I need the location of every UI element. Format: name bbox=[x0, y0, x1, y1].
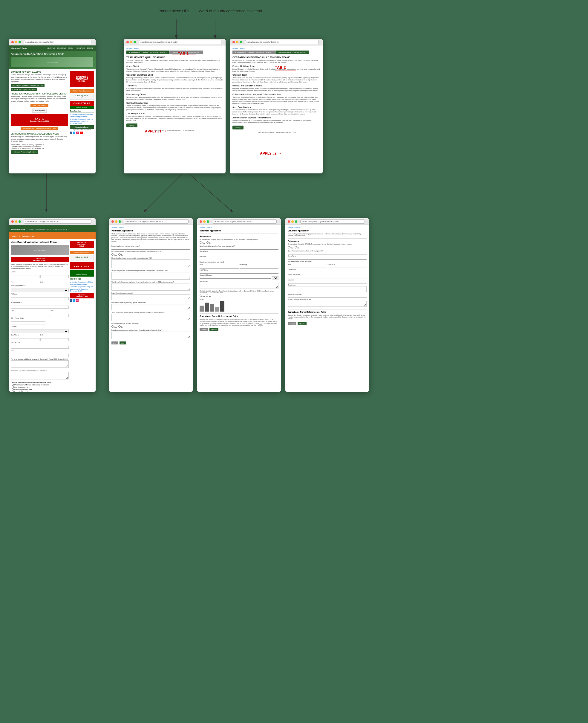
minimize-dot-tab2[interactable] bbox=[236, 41, 238, 43]
yr-side-story-2[interactable]: Volunteer Opportunities bbox=[70, 283, 94, 285]
nav-donate[interactable]: DONATE bbox=[87, 47, 93, 49]
vap2-source-name-input[interactable] bbox=[200, 253, 278, 255]
yr-side-story-4[interactable]: Volunteer with Operation Christmas Child bbox=[70, 288, 94, 292]
yr-work-phone-input[interactable] bbox=[11, 346, 69, 349]
url-bar-tab2[interactable]: samaritanspurse.org/volunteer/occ bbox=[245, 40, 318, 44]
close-dot-vap2[interactable] bbox=[200, 220, 202, 223]
vap2-update-btn[interactable]: Update bbox=[209, 328, 218, 331]
url-bar-var[interactable]: samaritanspurse.org/volunteer/app-form bbox=[300, 219, 365, 224]
yr-address2-input[interactable] bbox=[11, 306, 69, 308]
connect-calling-btn[interactable]: VOLUNTEER: CONNECT TO YOUR CALLING bbox=[11, 84, 44, 87]
vap1-prev-btn[interactable]: prev bbox=[111, 341, 118, 344]
var-state-input[interactable] bbox=[288, 265, 327, 268]
apply-btn-1[interactable]: apply bbox=[126, 123, 138, 127]
var-good-answer-textarea[interactable] bbox=[288, 286, 366, 292]
tab2-connect-btn[interactable]: VOLUNTEER: CONNECT TO YOUR CALLING bbox=[232, 51, 275, 54]
vap1-next-btn[interactable]: next bbox=[120, 341, 126, 344]
yr-side-story-3[interactable]: Understanding Volunteering inc. bbox=[70, 286, 94, 288]
var-ref-no-radio[interactable] bbox=[295, 246, 297, 248]
vap2-good-answer-textarea[interactable] bbox=[200, 283, 278, 289]
fullscreen-dot-vap2[interactable] bbox=[207, 220, 209, 223]
twitter-icon[interactable]: t bbox=[73, 132, 75, 134]
url-bar-vap1[interactable]: samaritanspurse.org/volunteer/app-form bbox=[124, 219, 189, 224]
yr-prayer-checkbox[interactable] bbox=[12, 391, 14, 392]
yr-church-checkbox[interactable] bbox=[12, 386, 14, 388]
yr-fax-input[interactable] bbox=[11, 354, 69, 357]
yr-cell-input[interactable] bbox=[40, 338, 69, 341]
url-bar-vap2[interactable]: samaritanspurse.org/volunteer/app-form bbox=[212, 219, 277, 224]
yr-day-phone-input[interactable] bbox=[11, 338, 39, 341]
url-bar-sp[interactable]: samaritanspurse.org/volunteer bbox=[24, 40, 91, 44]
var-what-about-textarea[interactable] bbox=[288, 301, 366, 307]
fullscreen-dot-vap1[interactable] bbox=[119, 220, 121, 223]
yr-zip-input[interactable] bbox=[11, 321, 45, 324]
vap1-faith-yes-radio[interactable] bbox=[111, 325, 114, 328]
volunteer-occ-btn[interactable]: Volunteer with Operation Christmas Child bbox=[21, 127, 58, 130]
vap2-submit-btn[interactable]: Submit bbox=[200, 328, 208, 331]
minimize-dot-var[interactable] bbox=[291, 220, 294, 223]
var-initial-addr-input[interactable] bbox=[288, 270, 366, 273]
yr-side-story-1[interactable]: Understanding Volunteer Roles bbox=[70, 281, 94, 283]
yr-instagram-icon[interactable]: in bbox=[76, 299, 79, 302]
nav-programs[interactable]: PROGRAMS bbox=[57, 47, 66, 49]
close-dot-var[interactable] bbox=[288, 220, 290, 223]
var-ref-yes-radio[interactable] bbox=[288, 246, 290, 248]
vap2-ground-input[interactable] bbox=[200, 276, 271, 279]
youtube-icon[interactable]: ▶ bbox=[80, 132, 83, 134]
vap1-describe-faith-textarea[interactable] bbox=[111, 332, 190, 339]
fullscreen-dot-tab2[interactable] bbox=[239, 41, 242, 43]
vap1-report-textarea[interactable] bbox=[111, 294, 190, 300]
close-dot[interactable] bbox=[12, 41, 14, 43]
vap1-name-input[interactable] bbox=[111, 247, 190, 250]
yr-missions-checkbox[interactable] bbox=[12, 384, 14, 386]
vap2-agree-yes-radio[interactable] bbox=[200, 295, 202, 297]
learn-more-btn[interactable]: + LEARN MORE bbox=[30, 104, 49, 107]
yr-firstname-input[interactable] bbox=[11, 275, 39, 278]
vap1-yes-radio[interactable] bbox=[111, 253, 114, 256]
var-submit-btn[interactable]: Submit bbox=[288, 322, 296, 325]
volunteer-connect-tab-btn[interactable]: VOLUNTEER: CONNECT TO YOUR CALLING bbox=[126, 51, 169, 54]
fullscreen-dot-var[interactable] bbox=[295, 220, 297, 223]
vap2-ref-person-input[interactable] bbox=[200, 258, 278, 260]
facebook-icon[interactable]: f bbox=[70, 132, 72, 134]
vap1-family-textarea[interactable] bbox=[111, 304, 190, 310]
story-2[interactable]: Volunteer Opportunities bbox=[70, 116, 94, 118]
yr-lastname-input[interactable] bbox=[40, 275, 69, 278]
yr-address-input[interactable] bbox=[11, 297, 69, 300]
url-bar-tab1[interactable]: samritanspurse.org/volunteer/application bbox=[139, 40, 222, 44]
minimize-dot-yr[interactable] bbox=[15, 220, 17, 223]
minimize-dot-tab1[interactable] bbox=[130, 41, 132, 43]
close-dot-vap1[interactable] bbox=[111, 220, 114, 223]
processing-center-btn[interactable]: + View All Processing Centers bbox=[11, 150, 38, 154]
nav-volunteer[interactable]: VOLUNTEER bbox=[76, 47, 85, 49]
yr-how-heard-select[interactable] bbox=[11, 288, 69, 292]
close-dot-tab1[interactable] bbox=[126, 41, 129, 43]
vap2-agree-no-radio[interactable] bbox=[206, 295, 208, 297]
yr-community-checkbox[interactable] bbox=[12, 388, 14, 390]
vap1-willing-textarea[interactable] bbox=[111, 272, 190, 280]
side-donate-btn[interactable]: Follow Their Stories ★ bbox=[70, 89, 94, 93]
fullscreen-dot[interactable] bbox=[19, 41, 21, 43]
var-update-btn[interactable]: Update bbox=[298, 322, 307, 325]
yr-side-follow-btn[interactable]: Follow Their Stories ★ bbox=[70, 251, 94, 254]
var-three-personal-input[interactable] bbox=[288, 252, 366, 255]
vap1-no-radio[interactable] bbox=[118, 253, 121, 256]
story-4[interactable]: Volunteer with Operation Christmas Child bbox=[70, 121, 94, 124]
tab2-team-btn[interactable]: TEAM MEMBER QUALIFICATIONS bbox=[275, 51, 309, 54]
yr-service-exp-textarea[interactable] bbox=[11, 372, 69, 379]
close-dot-tab2[interactable] bbox=[232, 41, 235, 43]
vap2-three-personal-input[interactable] bbox=[200, 247, 278, 250]
vap1-qualities-textarea[interactable] bbox=[111, 283, 190, 290]
nav-about[interactable]: ABOUT US bbox=[47, 47, 55, 49]
apply-btn-2[interactable]: apply bbox=[232, 125, 244, 129]
vap2-state-input[interactable] bbox=[200, 266, 239, 268]
story-3[interactable]: Understanding Volunteering inc. bbox=[70, 118, 94, 120]
fullscreen-dot-tab1[interactable] bbox=[133, 41, 136, 43]
yr-state-input[interactable] bbox=[49, 314, 69, 317]
fullscreen-dot-yr[interactable] bbox=[19, 220, 21, 223]
url-bar-yr[interactable]: samaritanspurse.org/volunteer/form bbox=[24, 219, 91, 224]
yr-country-select[interactable] bbox=[11, 329, 69, 333]
yr-city-input[interactable] bbox=[11, 314, 49, 317]
instagram-icon[interactable]: in bbox=[76, 132, 79, 134]
var-answer-loc-input[interactable] bbox=[288, 296, 366, 298]
